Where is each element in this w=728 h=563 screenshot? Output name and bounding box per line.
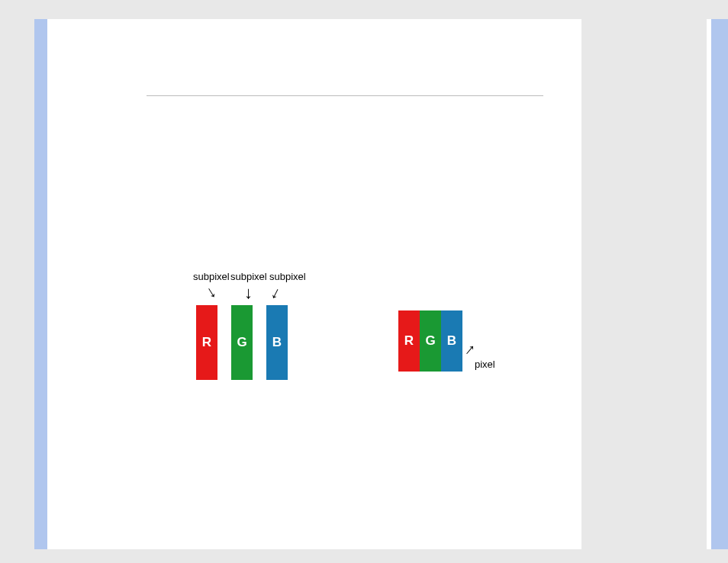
arrow-up-icon: ↑ <box>462 340 479 359</box>
rgb-diagram: subpixel subpixel subpixel ↓ ↓ ↓ R G B R… <box>196 271 562 408</box>
subpixel-red: R <box>196 305 217 380</box>
pixel-label: pixel <box>475 359 495 370</box>
arrow-down-icon: ↓ <box>269 284 284 303</box>
subpixel-green: G <box>231 305 253 380</box>
right-blue-bar <box>711 19 728 549</box>
pixel-green: G <box>420 310 441 372</box>
subpixel-group-spread: R G B <box>196 305 288 380</box>
left-blue-bar <box>34 19 47 549</box>
right-margin <box>581 0 707 563</box>
page-content: subpixel subpixel subpixel ↓ ↓ ↓ R G B R… <box>47 19 581 549</box>
subpixel-label-3: subpixel <box>269 271 306 282</box>
arrow-down-icon: ↓ <box>244 285 253 301</box>
subpixel-blue: B <box>266 305 288 380</box>
pixel-red: R <box>398 310 420 372</box>
subpixel-label-1: subpixel <box>193 271 230 282</box>
pixel-blue: B <box>441 310 462 372</box>
pixel-group-joined: R G B <box>398 310 462 372</box>
subpixel-label-2: subpixel <box>230 271 267 282</box>
arrow-down-icon: ↓ <box>203 283 219 301</box>
left-margin <box>0 0 34 563</box>
horizontal-rule <box>147 95 543 96</box>
